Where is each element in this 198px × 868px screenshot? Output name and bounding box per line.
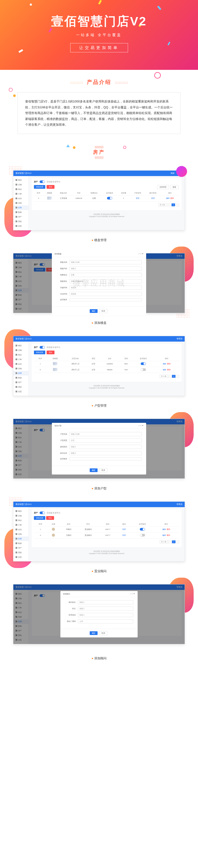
intro-body: 壹佰智慧门店V2，是基于门店1.0的1000多名老客户使用和反馈基础上，全新的框… — [25, 100, 173, 126]
sidebar-item-user[interactable]: 会员 — [13, 362, 28, 366]
hero-banner: 壹佰智慧门店V2 一站多端 全平台覆盖 让交易更加简单 — [0, 0, 198, 70]
sidebar-item-goods[interactable]: 商品 — [13, 187, 28, 192]
sidebar-item-goods[interactable]: 商品 — [13, 352, 28, 357]
add-guwen-button[interactable]: 添加房源 — [34, 516, 45, 520]
sidebar-item-app[interactable]: 应用 — [13, 536, 28, 541]
sidebar-item-asset[interactable]: 资产 — [13, 380, 28, 385]
delete-link[interactable]: 删除 — [167, 363, 171, 365]
field-input[interactable]: 请输入 — [69, 267, 142, 271]
sidebar-item-market[interactable]: 营销 — [13, 201, 28, 206]
recommend-toggle[interactable] — [140, 534, 145, 536]
sidebar-item-setting[interactable]: 设置 — [13, 555, 28, 559]
recommend-toggle[interactable] — [107, 197, 112, 199]
refresh-link[interactable]: 刷新 — [171, 172, 174, 174]
pager-next[interactable]: › — [176, 204, 179, 206]
delete-link[interactable]: 删除 — [170, 197, 174, 199]
field-input[interactable]: 在售 — [69, 273, 142, 277]
asset-icon — [15, 547, 17, 549]
sidebar-item-home[interactable]: 概况 — [13, 178, 28, 182]
sidebar-item-home[interactable]: 概况 — [13, 343, 28, 348]
sidebar-item-market[interactable]: 营销 — [13, 532, 28, 536]
field-input[interactable] — [69, 298, 142, 301]
edit-link[interactable]: 编辑 — [163, 369, 166, 371]
sidebar-item-setting[interactable]: 设置 — [13, 224, 28, 228]
module-toggle[interactable] — [40, 180, 45, 183]
sidebar-item-data[interactable]: 数据 — [13, 541, 28, 546]
field-input[interactable]: 请输入 — [78, 613, 133, 617]
sidebar-item-app[interactable]: 应用 — [13, 206, 28, 210]
recommend-toggle[interactable] — [140, 528, 145, 531]
sidebar-item-order[interactable]: 订单 — [13, 192, 28, 196]
field-input[interactable] — [69, 458, 142, 461]
sidebar-item-data[interactable]: 数据 — [13, 210, 28, 215]
sidebar-item-order[interactable]: 订单 — [13, 523, 28, 527]
cancel-button[interactable]: 取消 — [99, 631, 107, 635]
sidebar-item-user[interactable]: 会员 — [13, 196, 28, 201]
sidebar-item-goods[interactable]: 商品 — [13, 518, 28, 523]
field-input[interactable]: 上传 — [78, 619, 133, 623]
close-icon[interactable]: — □ ✕ — [138, 253, 143, 255]
sidebar-item-home[interactable]: 概况 — [13, 509, 28, 514]
pager-prev[interactable]: ‹ — [167, 204, 171, 206]
confirm-button[interactable]: 确定 — [90, 631, 98, 635]
search-button[interactable]: 搜索 — [170, 185, 178, 189]
add-building-button[interactable]: 添加房源 — [34, 185, 45, 189]
sidebar-item-order[interactable]: 订单 — [13, 357, 28, 362]
export-button[interactable]: 导出 — [46, 185, 55, 189]
manage-guwen-link[interactable]: 管理 — [151, 197, 155, 199]
sidebar-item-user[interactable]: 会员 — [13, 527, 28, 532]
field-input[interactable]: 请选择 — [69, 292, 142, 296]
field-input[interactable]: 请输入 — [69, 451, 142, 455]
field-input[interactable]: 请选择 — [69, 285, 142, 290]
caption-add-guwen: 添加顾问 — [0, 653, 198, 667]
circle-decoration — [9, 88, 13, 92]
field-input[interactable]: 请输入详细地址 — [69, 279, 142, 283]
add-huxing-button[interactable]: 添加房源 — [34, 350, 45, 354]
pager-page[interactable]: 1 — [171, 204, 175, 206]
sidebar-item-channel[interactable]: 渠道 — [13, 550, 28, 555]
sidebar-item-setting[interactable]: 设置 — [13, 389, 28, 394]
edit-link[interactable]: 编辑 — [162, 534, 166, 536]
pagination: 共 3 条 ‹ 1 › — [34, 202, 179, 208]
delete-link[interactable]: 删除 — [167, 534, 170, 536]
data-icon — [15, 211, 17, 213]
close-icon[interactable]: — □ ✕ — [138, 425, 143, 427]
cancel-button[interactable]: 取消 — [99, 309, 107, 313]
sidebar-item-channel[interactable]: 渠道 — [13, 219, 28, 224]
sidebar-item-asset[interactable]: 资产 — [13, 546, 28, 550]
delete-link[interactable]: 删除 — [167, 528, 170, 530]
delete-link[interactable]: 删除 — [167, 369, 171, 371]
view-wechat-link[interactable]: 查看 — [122, 528, 126, 530]
field-input[interactable]: 请输入 — [69, 445, 142, 449]
edit-link[interactable]: 编辑 — [162, 528, 166, 530]
view-wechat-link[interactable]: 查看 — [122, 534, 126, 536]
close-icon[interactable]: — □ ✕ — [130, 593, 135, 595]
sidebar-item-shop[interactable]: 店铺 — [13, 182, 28, 187]
recommend-toggle[interactable] — [141, 368, 146, 371]
confirm-button[interactable]: 确定 — [90, 309, 98, 313]
field-input[interactable]: 请输入 — [78, 600, 133, 604]
sidebar-item-asset[interactable]: 资产 — [13, 215, 28, 219]
type-filter[interactable]: 全部类型 — [157, 185, 169, 189]
shop-icon — [15, 515, 17, 517]
sidebar-item-shop[interactable]: 店铺 — [13, 348, 28, 352]
sidebar-item-app[interactable]: 应用 — [13, 371, 28, 375]
sidebar-item-shop[interactable]: 店铺 — [13, 514, 28, 518]
sidebar-item-market[interactable]: 营销 — [13, 366, 28, 371]
field-input[interactable]: 请输入名称 — [69, 260, 142, 264]
manage-huxing-link[interactable]: 管理 — [136, 197, 139, 199]
form-row: 楼盘地址请输入详细地址 — [56, 279, 142, 283]
confirm-button[interactable]: 确定 — [90, 468, 98, 472]
sidebar-item-channel[interactable]: 渠道 — [13, 385, 28, 389]
field-label: 楼盘地址 — [56, 280, 69, 282]
table-row: 1李顾问置业顾问138****查看编辑删除 — [34, 526, 179, 532]
form-row: 联系电话请输入 — [65, 613, 133, 617]
edit-link[interactable]: 编辑 — [163, 363, 166, 365]
sidebar-item-data[interactable]: 数据 — [13, 375, 28, 380]
field-input[interactable]: 住宅 — [69, 438, 142, 442]
edit-link[interactable]: 编辑 — [166, 197, 170, 199]
field-input[interactable]: 请输入 — [78, 607, 133, 611]
cancel-button[interactable]: 取消 — [99, 468, 107, 472]
field-input[interactable]: 请输入名称 — [69, 432, 142, 436]
recommend-toggle[interactable] — [141, 362, 146, 365]
